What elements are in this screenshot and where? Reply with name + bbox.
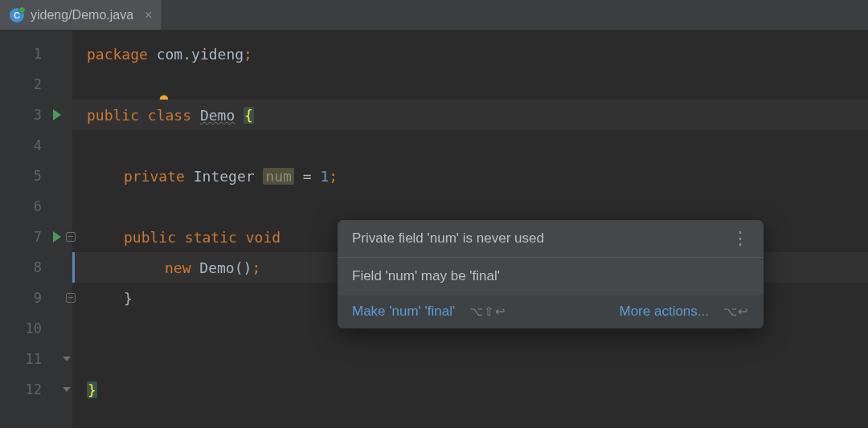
tab-bar: C yideng/Demo.java × bbox=[0, 0, 868, 31]
inspection-actions-row: Make 'num' 'final' ⌥⇧↩ More actions... ⌥… bbox=[338, 295, 764, 328]
line-number: 2 bbox=[0, 69, 72, 100]
line-number: 10 bbox=[0, 313, 72, 344]
editor-area: 1 2 3 4 5 6 7 8 9 10 11 12 package com.y… bbox=[0, 31, 868, 428]
run-gutter-icon[interactable] bbox=[53, 231, 61, 243]
inspection-message-row: Private field 'num' is never used ⋮ bbox=[338, 220, 764, 258]
inspection-message: Field 'num' may be 'final' bbox=[352, 268, 500, 284]
line-number: 8 bbox=[0, 252, 72, 283]
line-number: 1 bbox=[0, 39, 72, 69]
inspection-popup: Private field 'num' is never used ⋮ Fiel… bbox=[338, 220, 764, 328]
unused-field-highlight: num bbox=[263, 168, 294, 185]
editor-tab[interactable]: C yideng/Demo.java × bbox=[0, 0, 162, 30]
quickfix-link[interactable]: Make 'num' 'final' bbox=[352, 304, 455, 320]
java-class-icon: C bbox=[10, 8, 24, 22]
line-number: 7 bbox=[0, 222, 72, 252]
line-number: 5 bbox=[0, 161, 72, 191]
code-line[interactable] bbox=[72, 344, 868, 374]
line-number-gutter: 1 2 3 4 5 6 7 8 9 10 11 12 bbox=[0, 31, 72, 428]
run-gutter-icon[interactable] bbox=[53, 109, 61, 120]
intention-bulb-icon[interactable] bbox=[87, 77, 101, 92]
line-number: 11 bbox=[0, 344, 72, 374]
code-line[interactable] bbox=[72, 69, 868, 100]
code-line[interactable] bbox=[72, 130, 868, 161]
inspection-message-row: Field 'num' may be 'final' bbox=[338, 258, 764, 295]
line-number: 9 bbox=[0, 283, 72, 313]
fold-toggle-icon[interactable] bbox=[63, 357, 71, 361]
line-number: 12 bbox=[0, 374, 72, 405]
shortcut-hint: ⌥↩ bbox=[723, 304, 749, 319]
shortcut-hint: ⌥⇧↩ bbox=[469, 304, 506, 319]
line-number: 3 bbox=[0, 100, 72, 130]
more-actions-link[interactable]: More actions... bbox=[620, 304, 710, 320]
close-icon[interactable]: × bbox=[145, 8, 152, 22]
code-line[interactable]: private Integer num = 1; bbox=[72, 161, 868, 191]
inspection-message: Private field 'num' is never used bbox=[352, 230, 544, 247]
code-line[interactable]: public class Demo { bbox=[72, 100, 868, 130]
tab-label: yideng/Demo.java bbox=[31, 8, 133, 22]
line-number: 6 bbox=[0, 191, 72, 222]
line-number: 4 bbox=[0, 130, 72, 161]
fold-toggle-icon[interactable] bbox=[63, 387, 71, 392]
code-line[interactable]: } bbox=[72, 374, 868, 405]
code-line[interactable] bbox=[72, 191, 868, 222]
code-line[interactable]: package com.yideng; bbox=[72, 39, 868, 69]
